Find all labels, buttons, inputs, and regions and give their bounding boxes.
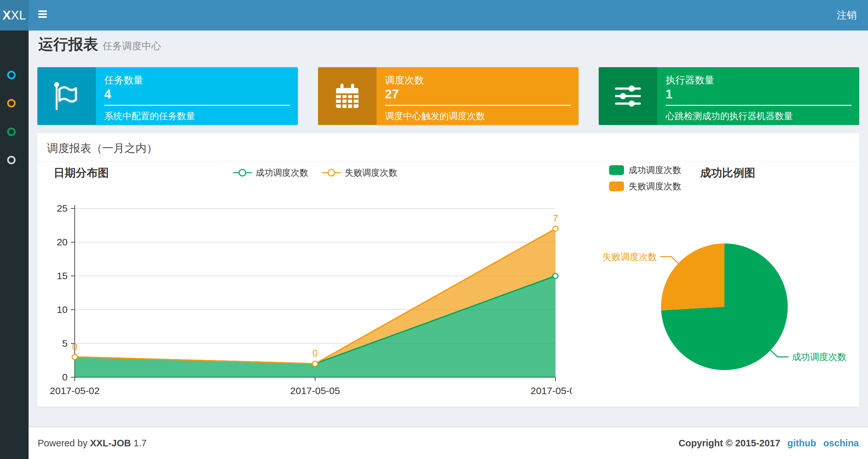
svg-text:25: 25: [57, 203, 68, 214]
svg-text:2017-05-08: 2017-05-08: [530, 385, 572, 396]
top-navbar: XXL 注销: [0, 0, 868, 31]
legend-swatch-icon: [609, 165, 624, 175]
svg-text:5: 5: [62, 338, 68, 349]
legend-item-fail[interactable]: 失败调度次数: [609, 181, 681, 192]
line-chart-legend: 成功调度次数 失败调度次数: [232, 167, 397, 178]
svg-text:2017-05-02: 2017-05-02: [50, 385, 99, 396]
product-version: 1.7: [131, 438, 147, 448]
copyright-text: Copyright © 2015-2017: [679, 438, 780, 448]
stat-box-job-count: 任务数量 4 系统中配置的任务数量: [37, 67, 298, 125]
oschina-link[interactable]: oschina: [823, 438, 859, 448]
success-ratio-pie-chart: 成功调度次数失败调度次数: [572, 195, 859, 406]
copyright: Copyright © 2015-2017githuboschina: [679, 427, 859, 459]
stat-box-trigger-count: 调度次数 27 调度中心触发的调度次数: [318, 67, 579, 125]
stat-description: 系统中配置的任务数量: [104, 110, 195, 122]
stat-value: 1: [665, 87, 673, 101]
stat-value: 4: [104, 87, 111, 101]
github-link[interactable]: github: [787, 438, 816, 448]
date-distribution-area-chart: 05101520250072017-05-022017-05-052017-05…: [37, 195, 572, 406]
sidebar: [0, 31, 29, 459]
divider: [104, 105, 290, 106]
pie-chart-legend: 成功调度次数 失败调度次数: [609, 164, 681, 197]
calendar-icon: [318, 67, 376, 125]
svg-text:2017-05-05: 2017-05-05: [290, 385, 340, 396]
app-logo[interactable]: XXL: [0, 0, 29, 31]
svg-text:15: 15: [57, 270, 68, 281]
sidebar-item-2-circle-o-icon[interactable]: [7, 99, 16, 107]
stat-label: 调度次数: [385, 74, 424, 87]
svg-text:成功调度次数: 成功调度次数: [792, 352, 846, 362]
svg-text:0: 0: [62, 372, 68, 383]
page-subtitle: 任务调度中心: [103, 40, 161, 51]
logo-text-bold: X: [3, 8, 11, 23]
sidebar-item-3-circle-o-icon[interactable]: [7, 128, 16, 136]
legend-line-marker-icon: [321, 168, 341, 177]
stat-value: 27: [385, 87, 399, 101]
flag-icon: [37, 67, 96, 125]
sliders-icon: [599, 67, 657, 125]
legend-label: 失败调度次数: [345, 167, 397, 178]
line-chart-title: 日期分布图: [54, 166, 109, 181]
pie-chart-title: 成功比例图: [700, 166, 755, 181]
svg-text:7: 7: [553, 213, 558, 223]
powered-by: Powered by XXL-JOB 1.7: [38, 427, 147, 459]
footer: Powered by XXL-JOB 1.7 Copyright © 2015-…: [29, 427, 868, 459]
svg-text:失败调度次数: 失败调度次数: [602, 252, 657, 262]
product-name: XXL-JOB: [90, 438, 131, 448]
legend-label: 成功调度次数: [256, 167, 308, 178]
panel-title: 调度报表（一月之内）: [37, 133, 859, 162]
logout-link[interactable]: 注销: [837, 0, 857, 31]
legend-label: 失败调度次数: [628, 181, 681, 192]
svg-text:0: 0: [312, 348, 318, 358]
page-title: 运行报表: [38, 34, 98, 55]
stat-description: 调度中心触发的调度次数: [385, 110, 485, 122]
legend-item-success[interactable]: 成功调度次数: [232, 167, 308, 178]
menu-icon[interactable]: [38, 10, 48, 20]
stat-label: 任务数量: [104, 74, 143, 87]
svg-text:0: 0: [72, 341, 77, 352]
divider: [385, 105, 571, 106]
svg-text:20: 20: [57, 237, 68, 248]
logo-text: XL: [11, 8, 26, 23]
stat-label: 执行器数量: [665, 74, 714, 87]
svg-text:10: 10: [57, 304, 68, 315]
legend-line-marker-icon: [232, 168, 252, 177]
xxl-job-dashboard: XXL 注销 运行报表任务调度中心 任务数量 4 系统中配置的任务数量: [0, 0, 868, 459]
legend-label: 成功调度次数: [628, 164, 681, 176]
legend-item-fail[interactable]: 失败调度次数: [321, 167, 397, 178]
legend-swatch-icon: [609, 182, 624, 191]
sidebar-item-4-circle-o-icon[interactable]: [7, 156, 16, 164]
schedule-report-panel: 调度报表（一月之内） 日期分布图 成功调度次数 失败调度次数: [37, 133, 859, 407]
divider: [665, 105, 851, 106]
legend-item-success[interactable]: 成功调度次数: [609, 164, 681, 176]
powered-prefix: Powered by: [38, 438, 90, 448]
sidebar-item-1-circle-o-icon[interactable]: [7, 71, 16, 79]
stat-box-executor-count: 执行器数量 1 心跳检测成功的执行器机器数量: [599, 67, 859, 125]
stat-description: 心跳检测成功的执行器机器数量: [665, 110, 793, 122]
page-header: 运行报表任务调度中心: [38, 34, 161, 55]
